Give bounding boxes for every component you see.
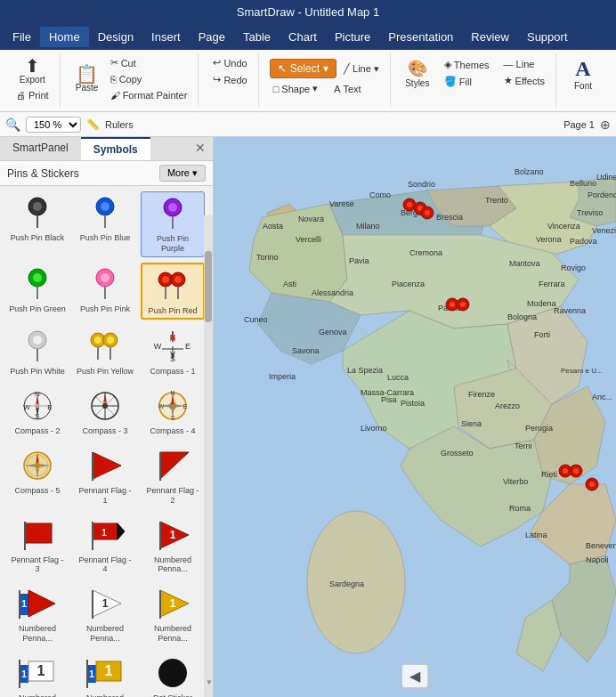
push-pin-yellow-cell[interactable]: Push Pin Yellow <box>73 325 137 379</box>
menu-presentation[interactable]: Presentation <box>379 27 462 47</box>
paste-btn[interactable]: 📋 Paste <box>71 63 103 94</box>
symbol-grid: Push Pin Black Push Pin Blue <box>0 186 213 697</box>
menu-design[interactable]: Design <box>89 27 142 47</box>
dot-black-cell[interactable]: Dot Sticker Black <box>141 652 205 697</box>
text-btn[interactable]: A Text <box>330 82 365 96</box>
pennant-3-cell[interactable]: Pennant Flag - 3 <box>5 514 69 578</box>
themes-btn[interactable]: ◈ Themes <box>441 57 493 72</box>
menu-home[interactable]: Home <box>40 27 89 47</box>
symbol-row-3: Push Pin White Push Pin Yellow <box>5 325 207 379</box>
push-pin-red-cell[interactable]: Push Pin Red <box>141 263 205 320</box>
fill-label: Fill <box>459 77 472 87</box>
num-pennant-2-cell[interactable]: 1 Numbered Penna... <box>5 582 69 646</box>
undo-btn[interactable]: ↩ Undo <box>209 55 250 70</box>
title-bar: SmartDraw - Untitled Map 1 <box>0 0 616 23</box>
svg-text:W: W <box>23 403 30 411</box>
svg-rect-76 <box>25 523 52 543</box>
svg-text:Novara: Novara <box>298 215 324 223</box>
menu-insert[interactable]: Insert <box>142 27 190 47</box>
push-pin-white-img <box>14 328 61 365</box>
menu-chart[interactable]: Chart <box>280 27 326 47</box>
num-pennant-4-cell[interactable]: 1 Numbered Penna... <box>141 582 205 646</box>
format-painter-btn[interactable]: 🖌 Format Painter <box>107 88 191 102</box>
print-icon: 🖨 <box>16 90 26 101</box>
menu-picture[interactable]: Picture <box>326 27 379 47</box>
svg-text:1: 1 <box>170 597 176 610</box>
print-btn[interactable]: 🖨 Print <box>12 88 53 102</box>
effects-btn[interactable]: ★ Effects <box>500 73 548 88</box>
svg-point-1 <box>33 202 42 211</box>
symbols-tab[interactable]: Symbols <box>81 137 150 160</box>
styles-btn[interactable]: 🎨 Styles <box>401 57 434 90</box>
svg-text:Firenze: Firenze <box>468 390 495 399</box>
push-pin-white-cell[interactable]: Push Pin White <box>5 325 69 379</box>
menu-table[interactable]: Table <box>234 27 280 47</box>
shape-icon: □ <box>273 84 280 94</box>
pennant-4-cell[interactable]: 1 Pennant Flag - 4 <box>73 514 137 578</box>
push-pin-black-cell[interactable]: Push Pin Black <box>5 191 69 257</box>
select-btn[interactable]: ↖ Select ▾ <box>270 59 336 78</box>
menu-page[interactable]: Page <box>190 27 234 47</box>
svg-text:Pavia: Pavia <box>349 256 369 265</box>
compass-1-cell[interactable]: N W E S Compass - 1 <box>141 325 205 379</box>
add-page-btn[interactable]: ⊕ <box>600 118 611 132</box>
compass-2-label: Compass - 2 <box>14 426 60 436</box>
symbol-row-8: 1 1 Numbered Recta... 1 1 <box>5 652 207 697</box>
shape-btn[interactable]: □ Shape ▾ <box>270 81 321 96</box>
rulers-label: Rulers <box>105 119 134 130</box>
compass-4-cell[interactable]: N S W E Compass - 4 <box>141 385 205 439</box>
canvas-area[interactable]: Bolzano Belluno Udine Pordenone Treviso … <box>214 137 616 697</box>
cut-btn[interactable]: ✂ Cut <box>107 55 191 70</box>
compass-4-img: N S W E <box>150 387 196 425</box>
compass-2-cell[interactable]: N S W E Compass - 2 <box>5 385 69 439</box>
export-btn[interactable]: ⬆ Export <box>16 55 49 86</box>
num-rect-2-cell[interactable]: 1 1 Numbered Recta... <box>73 652 137 697</box>
push-pin-pink-cell[interactable]: Push Pin Pink <box>73 263 137 320</box>
num-rect-1-label: Numbered Recta... <box>8 693 67 697</box>
redo-btn[interactable]: ↪ Redo <box>209 72 250 87</box>
push-pin-blue-label: Push Pin Blue <box>80 233 131 243</box>
cut-icon: ✂ <box>110 57 118 69</box>
font-btn[interactable]: A Font <box>567 55 599 93</box>
svg-text:W: W <box>154 342 162 351</box>
line-btn[interactable]: ╱ Line ▾ <box>340 61 383 77</box>
num-rect-1-cell[interactable]: 1 1 Numbered Recta... <box>5 652 69 697</box>
pennant-1-cell[interactable]: Pennant Flag - 1 <box>73 444 137 508</box>
svg-point-18 <box>174 276 182 283</box>
svg-text:S: S <box>171 415 175 421</box>
menu-file[interactable]: File <box>4 27 40 47</box>
svg-text:Pesaro e U...: Pesaro e U... <box>561 367 603 375</box>
menu-review[interactable]: Review <box>462 27 518 47</box>
compass-1-label: Compass - 1 <box>150 367 195 377</box>
main-content: SmartPanel Symbols ✕ Pins & Stickers Mor… <box>0 137 616 697</box>
menu-support[interactable]: Support <box>518 27 577 47</box>
compass-3-cell[interactable]: Compass - 3 <box>73 385 137 439</box>
svg-text:E: E <box>185 342 190 351</box>
copy-label: Copy <box>119 74 142 85</box>
push-pin-red-label: Push Pin Red <box>148 306 197 316</box>
svg-text:Milano: Milano <box>356 222 380 231</box>
zoom-select[interactable]: 150 % 100 % 75 % 50 % <box>26 117 81 133</box>
scroll-left-btn[interactable]: ◀ <box>401 664 428 688</box>
push-pin-blue-cell[interactable]: Push Pin Blue <box>73 191 137 257</box>
svg-text:Savona: Savona <box>292 346 320 355</box>
panel-scrollbar[interactable]: ▼ <box>204 215 213 697</box>
panel-close-btn[interactable]: ✕ <box>188 137 213 160</box>
line-style-btn[interactable]: — Line <box>500 57 548 71</box>
push-pin-purple-cell[interactable]: Push Pin Purple <box>141 191 205 257</box>
shape-label: Shape <box>281 84 310 94</box>
num-pennant-1-cell[interactable]: 1 Numbered Penna... <box>141 514 205 578</box>
copy-btn[interactable]: ⎘ Copy <box>107 72 191 86</box>
compass-5-cell[interactable]: Compass - 5 <box>5 444 69 508</box>
rulers-btn[interactable]: Rulers <box>105 119 134 130</box>
smartpanel-tab[interactable]: SmartPanel <box>0 137 81 160</box>
svg-text:Sondrio: Sondrio <box>408 180 435 189</box>
svg-text:Terni: Terni <box>515 442 532 450</box>
undo-icon: ↩ <box>213 57 221 69</box>
svg-text:1: 1 <box>102 597 109 610</box>
fill-btn[interactable]: 🪣 Fill <box>441 74 493 89</box>
pennant-2-cell[interactable]: Pennant Flag - 2 <box>141 444 205 508</box>
push-pin-green-cell[interactable]: Push Pin Green <box>5 263 69 320</box>
more-btn[interactable]: More ▾ <box>159 165 206 182</box>
num-pennant-3-cell[interactable]: 1 Numbered Penna... <box>73 582 137 646</box>
